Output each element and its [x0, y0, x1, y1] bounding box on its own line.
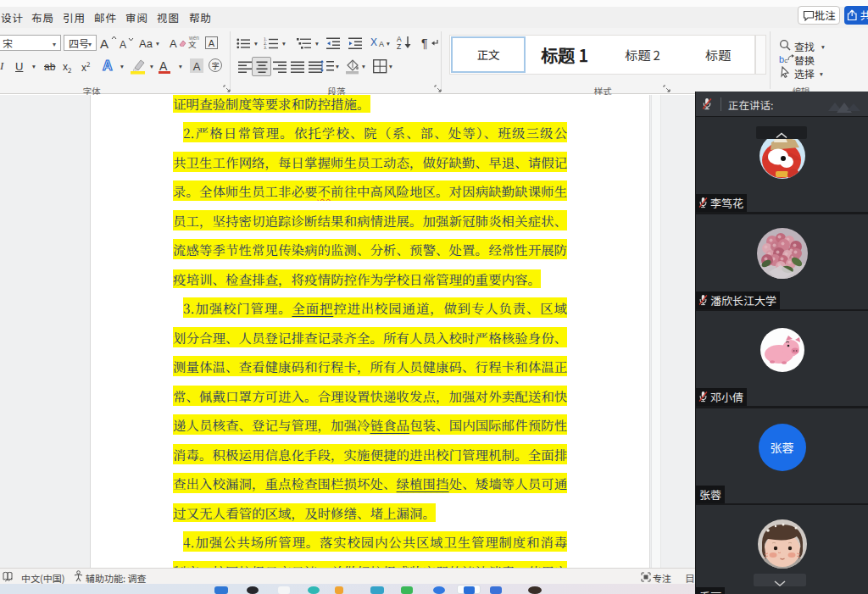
svg-text:3.: 3. — [264, 44, 268, 50]
